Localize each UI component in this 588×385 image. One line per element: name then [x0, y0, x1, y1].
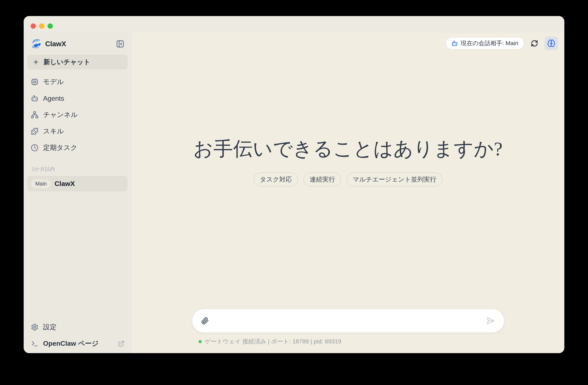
clock-icon — [31, 144, 39, 152]
new-chat-button[interactable]: 新しいチャット — [27, 55, 127, 69]
paperclip-icon — [201, 317, 209, 325]
brain-icon — [547, 39, 555, 47]
app-window: ClawX 新しいチャット モデル — [24, 16, 564, 353]
composer — [192, 309, 504, 333]
brain-button[interactable] — [545, 37, 558, 50]
connection-status-dot — [199, 340, 202, 343]
sidebar-item-label: チャンネル — [43, 110, 78, 120]
sidebar-item-label: Agents — [43, 95, 64, 102]
app-title: ClawX — [45, 40, 116, 48]
close-button[interactable] — [31, 23, 36, 29]
network-icon — [31, 111, 39, 119]
hero-heading: お手伝いできることはありますか? — [132, 136, 564, 162]
titlebar — [24, 16, 564, 32]
header-controls: 現在の会話相手: Main — [445, 37, 558, 50]
sidebar-item-label: スキル — [43, 127, 64, 136]
cpu-icon — [31, 78, 39, 86]
gear-icon — [31, 323, 39, 331]
chip-multi-agent-parallel[interactable]: マルチエージェント並列実行 — [347, 172, 442, 186]
connection-status-text: ゲートウェイ 接続済み | ポート: 18789 | pid: 69319 — [205, 338, 341, 345]
chip-continuous-run[interactable]: 連続実行 — [303, 172, 341, 186]
send-icon — [486, 317, 495, 325]
sidebar-item-label: 設定 — [43, 323, 57, 332]
conversation-badge: Main — [31, 179, 51, 188]
sidebar-nav: モデル Agents チャンネル スキル — [24, 74, 131, 156]
current-conversation-pill[interactable]: 現在の会話相手: Main — [445, 37, 524, 49]
chip-task-support[interactable]: タスク対応 — [254, 172, 298, 186]
main-area: 現在の会話相手: Main お手伝いできることはありますか? タスク対応 連続実… — [132, 33, 564, 353]
puzzle-icon — [31, 127, 39, 135]
lobster-logo-icon — [31, 39, 42, 49]
message-input[interactable] — [214, 315, 481, 327]
bot-icon — [31, 95, 39, 102]
bot-icon — [451, 40, 458, 47]
new-chat-label: 新しいチャット — [43, 58, 90, 66]
traffic-lights — [31, 23, 53, 29]
sidebar-footer: 設定 OpenClaw ページ — [24, 319, 131, 353]
sidebar: ClawX 新しいチャット モデル — [24, 33, 131, 353]
plus-icon — [33, 59, 39, 65]
sidebar-item-skills[interactable]: スキル — [24, 123, 131, 140]
terminal-icon — [31, 340, 39, 347]
refresh-icon — [531, 40, 538, 47]
sidebar-item-models[interactable]: モデル — [24, 74, 131, 90]
conversation-item[interactable]: Main ClawX — [27, 176, 127, 191]
sidebar-item-scheduled-tasks[interactable]: 定期タスク — [24, 140, 131, 156]
sidebar-item-label: モデル — [43, 77, 64, 86]
sidebar-header: ClawX — [31, 39, 125, 49]
sidebar-item-label: 定期タスク — [43, 143, 77, 152]
sidebar-collapse-button[interactable] — [116, 40, 125, 48]
sidebar-item-agents[interactable]: Agents — [24, 90, 131, 107]
current-conversation-label: 現在の会話相手: Main — [461, 39, 518, 47]
sidebar-item-openclaw-page[interactable]: OpenClaw ページ — [24, 335, 131, 352]
history-section-label: 1か月以内 — [32, 166, 131, 172]
status-bar: ゲートウェイ 接続済み | ポート: 18789 | pid: 69319 — [199, 338, 341, 345]
external-link-icon — [118, 340, 125, 347]
panel-collapse-icon — [116, 40, 125, 48]
minimize-button[interactable] — [39, 23, 44, 29]
conversation-title: ClawX — [55, 180, 75, 188]
suggestion-chips: タスク対応 連続実行 マルチエージェント並列実行 — [132, 172, 564, 186]
attach-button[interactable] — [201, 317, 209, 325]
sidebar-item-channels[interactable]: チャンネル — [24, 107, 131, 123]
refresh-button[interactable] — [530, 39, 539, 48]
sidebar-item-label: OpenClaw ページ — [43, 339, 99, 348]
zoom-button[interactable] — [47, 23, 53, 29]
sidebar-item-settings[interactable]: 設定 — [24, 319, 131, 335]
send-button[interactable] — [486, 316, 495, 325]
